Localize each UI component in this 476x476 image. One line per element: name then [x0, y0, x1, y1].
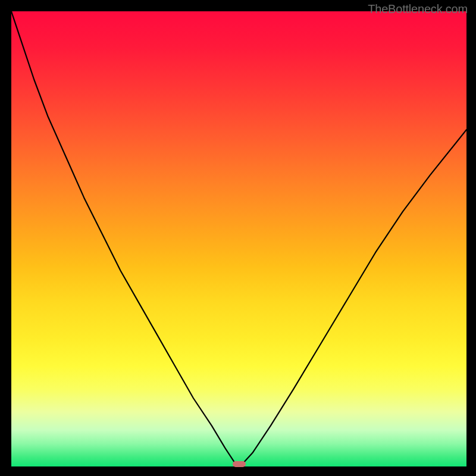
- chart-container: TheBottleneck.com: [0, 0, 476, 476]
- plot-gradient-background: [11, 11, 466, 466]
- minimum-marker: [233, 461, 246, 467]
- attribution-text: TheBottleneck.com: [368, 2, 468, 16]
